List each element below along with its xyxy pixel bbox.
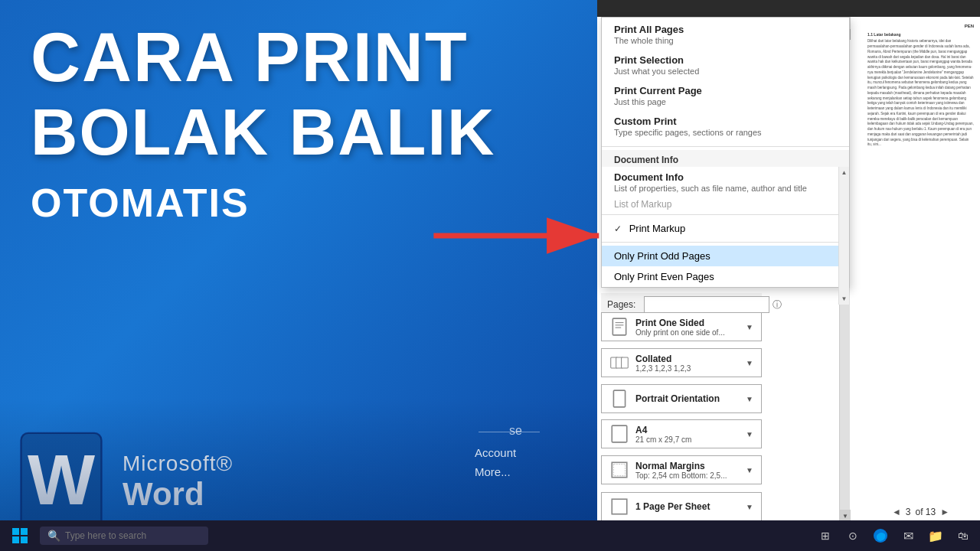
one-sided-sub: Only print on one side of... (635, 328, 746, 337)
main-title: CARA PRINT (0, 0, 499, 99)
menu-print-all-pages[interactable]: Print All Pages The whole thing (602, 18, 849, 50)
svg-rect-16 (613, 390, 625, 407)
one-sided-icon (609, 317, 629, 337)
menu-separator-2 (602, 214, 849, 215)
menu-print-selection[interactable]: Print Selection Just what you selected (602, 50, 849, 80)
margins-title: Normal Margins (635, 461, 746, 471)
collated-text: Collated 1,2,3 1,2,3 1,2,3 (635, 354, 746, 373)
orientation-title: Portrait Orientation (635, 393, 746, 404)
portrait-icon (609, 389, 629, 409)
cortana-icon[interactable]: ⊙ (842, 525, 864, 546)
page-of-text: of 13 (915, 507, 936, 517)
list-markup-text: List of Markup (614, 199, 671, 210)
mail-icon[interactable]: ✉ (897, 525, 919, 546)
document-preview: PEN 1.1 Latar belakang Dilihat dari lata… (861, 17, 980, 520)
doc-body-text: Dilihat dari latar belakang historis seb… (867, 39, 974, 148)
page-next-btn[interactable]: ► (940, 507, 949, 517)
odd-pages-text: Only Print Odd Pages (614, 250, 710, 262)
start-button[interactable] (6, 522, 34, 549)
menu-current-title: Print Current Page (614, 85, 837, 96)
menu-custom-print[interactable]: Custom Print Type specific pages, sectio… (602, 111, 849, 143)
one-sided-arrow-icon[interactable]: ▼ (746, 323, 753, 331)
collated-icon (609, 353, 629, 373)
otomatis-label: OTOMATIS (0, 172, 280, 233)
doc-section-1: 1.1 Latar belakang (867, 32, 974, 37)
search-icon: 🔍 (47, 530, 60, 542)
pages-per-sheet-dropdown[interactable]: 1 Page Per Sheet ▼ (601, 492, 762, 521)
margins-dropdown[interactable]: Normal Margins Top: 2,54 cm Bottom: 2,5.… (601, 455, 762, 484)
margins-text: Normal Margins Top: 2,54 cm Bottom: 2,5.… (635, 461, 746, 480)
svg-rect-24 (21, 536, 28, 543)
store-icon[interactable]: 🛍 (952, 525, 974, 546)
page-prev-btn[interactable]: ◄ (892, 507, 901, 517)
menu-custom-sub: Type specific pages, sections or ranges (614, 128, 837, 137)
menu-odd-pages[interactable]: Only Print Odd Pages (602, 246, 849, 266)
svg-rect-18 (612, 462, 627, 478)
even-pages-text: Only Print Even Pages (614, 271, 714, 282)
pages-per-sheet-text: 1 Page Per Sheet (635, 501, 746, 512)
svg-rect-22 (21, 528, 28, 535)
account-link[interactable]: Account (475, 446, 516, 459)
scroll-up-arrow[interactable]: ▲ (839, 167, 850, 178)
doc-heading: PEN (867, 23, 974, 29)
margins-sub: Top: 2,54 cm Bottom: 2,5... (635, 471, 746, 480)
svg-rect-17 (612, 425, 627, 442)
menu-selection-title: Print Selection (614, 54, 837, 66)
taskbar-search-input[interactable] (65, 530, 188, 541)
svg-rect-9 (612, 318, 626, 335)
menu-print-markup[interactable]: ✓ Print Markup (602, 218, 849, 239)
print-what-dropdown-menu[interactable]: Print All Pages The whole thing Print Se… (601, 17, 850, 288)
svg-rect-15 (622, 357, 629, 368)
title-line3: OTOMATIS (31, 181, 250, 225)
svg-rect-23 (12, 536, 19, 543)
menu-list-markup[interactable]: List of Markup (602, 197, 849, 211)
menu-even-pages[interactable]: Only Print Even Pages (602, 266, 849, 287)
orientation-text: Portrait Orientation (635, 393, 746, 404)
folder-icon[interactable]: 📁 (925, 525, 946, 546)
svg-rect-21 (12, 528, 19, 535)
dropdown-scrollbar[interactable]: ▲ ▼ (838, 167, 849, 305)
taskbar-icons-group: ⊞ ⊙ ✉ 📁 🛍 (815, 525, 974, 546)
doc-info-header: Document Info (602, 150, 849, 167)
task-view-icon[interactable]: ⊞ (815, 525, 836, 546)
menu-custom-title: Custom Print (614, 116, 837, 127)
page-current-num: 3 (906, 507, 911, 517)
red-arrow-indicator (425, 213, 616, 259)
taskbar-search-bar[interactable]: 🔍 (40, 527, 208, 545)
paper-size-dropdown[interactable]: A4 21 cm x 29,7 cm ▼ (601, 419, 762, 448)
orientation-dropdown[interactable]: Portrait Orientation ▼ (601, 384, 762, 413)
se-text: se (509, 424, 522, 438)
print-markup-text: Print Markup (629, 223, 686, 234)
edge-icon[interactable] (870, 525, 891, 546)
one-sided-text: Print One Sided Only print on one side o… (635, 318, 746, 337)
pages-per-sheet-title: 1 Page Per Sheet (635, 501, 746, 512)
more-link[interactable]: More... (475, 465, 511, 478)
pages-info-icon: ⓘ (773, 298, 782, 311)
svg-rect-20 (612, 499, 627, 514)
menu-doc-info[interactable]: Document Info List of properties, such a… (602, 167, 849, 197)
doc-preview-content: PEN 1.1 Latar belakang Dilihat dari lata… (861, 17, 980, 154)
title-line1: CARA PRINT (31, 19, 469, 96)
menu-separator-1 (602, 146, 849, 147)
pages-input[interactable] (644, 296, 769, 313)
menu-print-all-title: Print All Pages (614, 24, 837, 35)
collated-dropdown[interactable]: Collated 1,2,3 1,2,3 1,2,3 ▼ (601, 348, 762, 377)
print-one-sided-dropdown[interactable]: Print One Sided Only print on one side o… (601, 312, 762, 341)
paper-size-arrow-icon[interactable]: ▼ (746, 430, 753, 439)
margins-arrow-icon[interactable]: ▼ (746, 466, 753, 474)
collated-title: Collated (635, 354, 746, 364)
menu-doc-info-title: Document Info (614, 171, 834, 183)
paper-size-icon (609, 424, 629, 444)
edge-svg-icon (873, 528, 888, 543)
menu-print-all-sub: The whole thing (614, 36, 837, 45)
scroll-down-arrow[interactable]: ▼ (839, 293, 850, 305)
collated-sub: 1,2,3 1,2,3 1,2,3 (635, 364, 746, 373)
collated-arrow-icon[interactable]: ▼ (746, 359, 753, 367)
menu-print-current-page[interactable]: Print Current Page Just this page (602, 80, 849, 111)
pages-per-sheet-icon (609, 497, 629, 517)
paper-size-title: A4 (635, 425, 746, 435)
pages-label: Pages: (607, 299, 638, 310)
orientation-arrow-icon[interactable]: ▼ (746, 395, 753, 403)
pages-per-sheet-arrow-icon[interactable]: ▼ (746, 503, 753, 511)
taskbar: 🔍 ⊞ ⊙ ✉ 📁 🛍 (0, 520, 980, 551)
